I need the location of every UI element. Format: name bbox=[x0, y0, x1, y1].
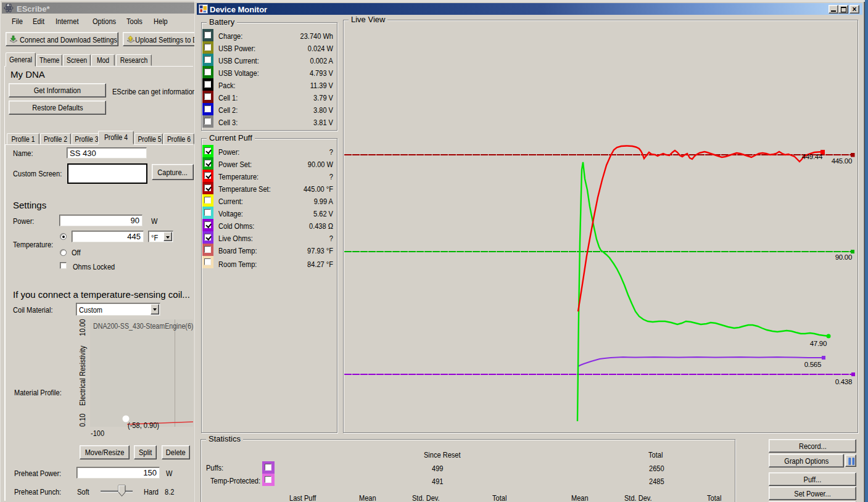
svg-text:0.565: 0.565 bbox=[804, 361, 821, 368]
svg-text:90.00: 90.00 bbox=[835, 253, 852, 261]
svg-text:47.90: 47.90 bbox=[810, 340, 827, 347]
svg-text:449.44: 449.44 bbox=[802, 153, 823, 160]
svg-text:0.438: 0.438 bbox=[835, 378, 852, 385]
svg-text:445.00: 445.00 bbox=[832, 157, 852, 165]
